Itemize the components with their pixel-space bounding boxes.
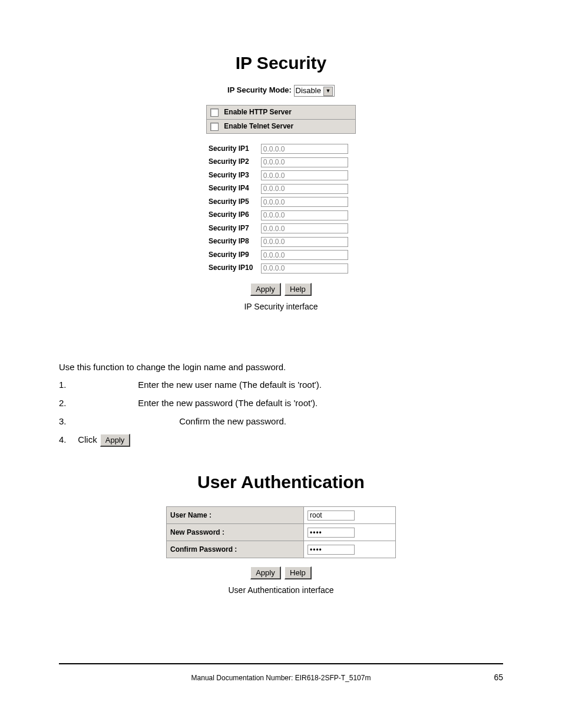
enable-telnet-checkbox[interactable] [210, 123, 219, 131]
instruction-apply-button[interactable]: Apply [100, 434, 131, 447]
list-number: 1. [59, 376, 71, 394]
security-ip-input[interactable] [261, 263, 348, 274]
instructions-intro: Use this function to change the login na… [59, 358, 503, 377]
security-ip-label: Security IP3 [206, 169, 260, 182]
page-number: 65 [494, 673, 503, 682]
enable-http-label: Enable HTTP Server [224, 108, 292, 116]
username-label: User Name : [167, 507, 304, 524]
security-ip-label: Security IP4 [206, 182, 260, 195]
list-number: 4. [59, 431, 71, 449]
instruction-step-1: Enter the new user name (The default is … [138, 376, 322, 394]
confirm-password-input[interactable]: •••• [308, 545, 355, 555]
ip-security-heading: IP Security [59, 53, 503, 73]
security-ip-input[interactable] [261, 144, 348, 154]
ip-security-caption: IP Security interface [59, 302, 503, 311]
instruction-step-3: Confirm the new password. [179, 413, 286, 431]
enable-http-checkbox[interactable] [210, 108, 219, 117]
security-ip-label: Security IP10 [206, 261, 260, 275]
user-auth-apply-button[interactable]: Apply [250, 566, 281, 579]
instruction-click-prefix: Click [78, 434, 97, 444]
security-ip-label: Security IP2 [206, 155, 260, 169]
user-auth-table: User Name : New Password : •••• Confirm … [166, 506, 396, 558]
security-ip-input[interactable] [261, 210, 348, 220]
security-ip-label: Security IP9 [206, 248, 260, 262]
ip-security-apply-button[interactable]: Apply [250, 283, 281, 296]
ip-security-mode-label: IP Security Mode: [227, 85, 292, 94]
server-enable-table: Enable HTTP Server Enable Telnet Server [206, 105, 356, 134]
security-ip-table: Security IP1Security IP2Security IP3Secu… [206, 142, 356, 275]
confirm-password-label: Confirm Password : [167, 541, 304, 558]
chevron-down-icon[interactable]: ▼ [323, 87, 333, 96]
instructions-block: Use this function to change the login na… [59, 358, 503, 449]
ip-security-mode-select[interactable]: Disable▼ [294, 85, 335, 97]
security-ip-input[interactable] [261, 157, 348, 167]
security-ip-input[interactable] [261, 197, 348, 207]
new-password-input[interactable]: •••• [308, 528, 355, 538]
security-ip-label: Security IP1 [206, 142, 260, 156]
security-ip-input[interactable] [261, 170, 348, 180]
user-auth-help-button[interactable]: Help [285, 566, 312, 579]
instruction-step-2: Enter the new password (The default is '… [138, 394, 318, 413]
list-number: 2. [59, 394, 71, 413]
new-password-label: New Password : [167, 524, 304, 541]
ip-security-help-button[interactable]: Help [285, 283, 312, 296]
security-ip-label: Security IP6 [206, 208, 260, 222]
user-auth-caption: User Authentication interface [59, 585, 503, 595]
security-ip-input[interactable] [261, 184, 348, 194]
security-ip-input[interactable] [261, 250, 348, 260]
enable-telnet-label: Enable Telnet Server [224, 122, 293, 130]
footer-doc-number: Manual Documentation Number: EIR618-2SFP… [59, 674, 503, 682]
ip-security-mode-value: Disable [296, 86, 321, 95]
security-ip-label: Security IP7 [206, 222, 260, 235]
list-number: 3. [59, 413, 71, 431]
footer-rule [59, 663, 503, 664]
security-ip-input[interactable] [261, 237, 348, 247]
security-ip-label: Security IP5 [206, 195, 260, 209]
user-auth-heading: User Authentication [59, 472, 503, 492]
username-input[interactable] [308, 510, 355, 521]
security-ip-input[interactable] [261, 223, 348, 233]
security-ip-label: Security IP8 [206, 235, 260, 248]
